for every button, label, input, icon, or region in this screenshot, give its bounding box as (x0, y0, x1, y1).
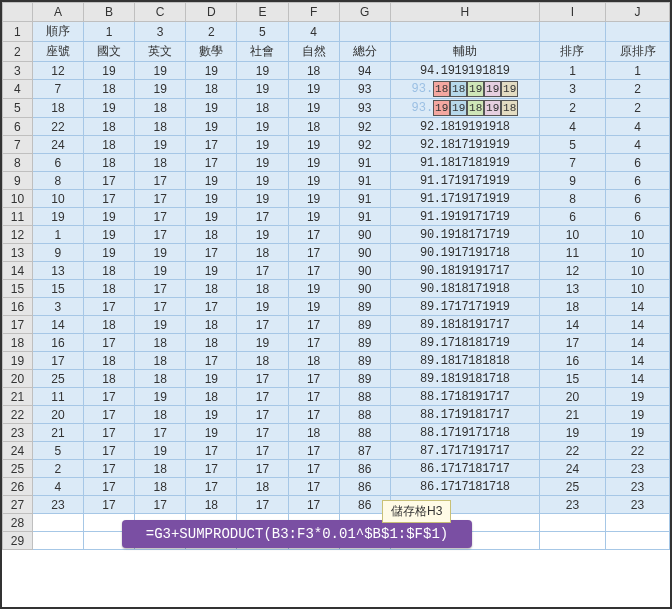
orig-rank[interactable]: 19 (606, 406, 670, 424)
science[interactable]: 17 (288, 406, 339, 424)
science[interactable]: 18 (288, 62, 339, 80)
chinese[interactable]: 18 (83, 136, 134, 154)
row-header[interactable]: 3 (3, 62, 33, 80)
english[interactable]: 17 (135, 208, 186, 226)
chinese[interactable]: 18 (83, 262, 134, 280)
aux-cell[interactable]: 90.1917191718 (390, 244, 539, 262)
field-header[interactable]: 國文 (83, 42, 134, 62)
chinese[interactable]: 17 (83, 442, 134, 460)
row-header[interactable]: 25 (3, 460, 33, 478)
rank[interactable]: 8 (539, 190, 605, 208)
row-header[interactable]: 18 (3, 334, 33, 352)
math[interactable]: 18 (186, 316, 237, 334)
rank[interactable]: 15 (539, 370, 605, 388)
aux-cell[interactable]: 92.1817191919 (390, 136, 539, 154)
science[interactable]: 19 (288, 208, 339, 226)
row-header[interactable]: 17 (3, 316, 33, 334)
math[interactable]: 17 (186, 298, 237, 316)
science[interactable]: 18 (288, 424, 339, 442)
spreadsheet[interactable]: A B C D E F G H I J 1順序132542座號國文英文數學社會自… (2, 2, 670, 550)
rank[interactable]: 22 (539, 442, 605, 460)
aux-cell[interactable]: 93.1818191919 (390, 80, 539, 99)
rank[interactable]: 10 (539, 226, 605, 244)
aux-cell[interactable]: 91.1719171919 (390, 172, 539, 190)
english[interactable]: 18 (135, 118, 186, 136)
seat-num[interactable]: 9 (32, 244, 83, 262)
social[interactable]: 17 (237, 262, 288, 280)
science[interactable]: 18 (288, 352, 339, 370)
social[interactable]: 17 (237, 406, 288, 424)
english[interactable]: 19 (135, 316, 186, 334)
chinese[interactable]: 17 (83, 334, 134, 352)
total[interactable]: 87 (339, 442, 390, 460)
social[interactable]: 17 (237, 370, 288, 388)
seat-num[interactable]: 25 (32, 370, 83, 388)
aux-cell[interactable]: 90.1818171918 (390, 280, 539, 298)
field-header[interactable]: 輔助 (390, 42, 539, 62)
math[interactable]: 17 (186, 244, 237, 262)
orig-rank[interactable]: 6 (606, 154, 670, 172)
rank[interactable]: 21 (539, 406, 605, 424)
empty-cell[interactable] (32, 514, 83, 532)
science[interactable]: 18 (288, 118, 339, 136)
row-header[interactable]: 8 (3, 154, 33, 172)
col-A[interactable]: A (32, 3, 83, 22)
field-header[interactable]: 數學 (186, 42, 237, 62)
total[interactable]: 89 (339, 334, 390, 352)
social[interactable]: 18 (237, 244, 288, 262)
aux-cell[interactable]: 88.1719181717 (390, 406, 539, 424)
row-header[interactable]: 13 (3, 244, 33, 262)
seat-num[interactable]: 4 (32, 478, 83, 496)
aux-cell[interactable]: 86.1717181718 (390, 478, 539, 496)
science[interactable]: 17 (288, 460, 339, 478)
english[interactable]: 19 (135, 244, 186, 262)
rank[interactable]: 9 (539, 172, 605, 190)
row-header[interactable]: 15 (3, 280, 33, 298)
orig-rank[interactable]: 2 (606, 80, 670, 99)
chinese[interactable]: 19 (83, 244, 134, 262)
chinese[interactable]: 18 (83, 118, 134, 136)
orig-rank[interactable]: 19 (606, 388, 670, 406)
seat-num[interactable]: 5 (32, 442, 83, 460)
rank[interactable]: 17 (539, 334, 605, 352)
chinese[interactable]: 17 (83, 298, 134, 316)
english[interactable]: 19 (135, 80, 186, 99)
seat-num[interactable]: 14 (32, 316, 83, 334)
english[interactable]: 19 (135, 262, 186, 280)
row-header[interactable]: 11 (3, 208, 33, 226)
seat-num[interactable]: 22 (32, 118, 83, 136)
total[interactable]: 91 (339, 190, 390, 208)
social[interactable]: 19 (237, 136, 288, 154)
total[interactable]: 89 (339, 370, 390, 388)
chinese[interactable]: 17 (83, 388, 134, 406)
science[interactable]: 19 (288, 99, 339, 118)
row-header[interactable]: 7 (3, 136, 33, 154)
total[interactable]: 90 (339, 262, 390, 280)
rank[interactable]: 18 (539, 298, 605, 316)
aux-cell[interactable]: 88.1719171718 (390, 424, 539, 442)
aux-cell[interactable]: 94.1919191819 (390, 62, 539, 80)
row-header[interactable]: 21 (3, 388, 33, 406)
math[interactable]: 19 (186, 424, 237, 442)
social[interactable]: 17 (237, 442, 288, 460)
total[interactable]: 92 (339, 136, 390, 154)
total[interactable]: 90 (339, 244, 390, 262)
empty-cell[interactable] (606, 532, 670, 550)
chinese[interactable]: 17 (83, 478, 134, 496)
chinese[interactable]: 19 (83, 226, 134, 244)
english[interactable]: 17 (135, 298, 186, 316)
aux-cell[interactable]: 88.1718191717 (390, 388, 539, 406)
chinese[interactable]: 18 (83, 352, 134, 370)
rank[interactable]: 24 (539, 460, 605, 478)
math[interactable]: 18 (186, 280, 237, 298)
seat-num[interactable]: 1 (32, 226, 83, 244)
rank[interactable]: 3 (539, 80, 605, 99)
blank[interactable] (390, 22, 539, 42)
rank[interactable]: 7 (539, 154, 605, 172)
orig-rank[interactable]: 10 (606, 280, 670, 298)
english[interactable]: 18 (135, 99, 186, 118)
social[interactable]: 17 (237, 496, 288, 514)
corner[interactable] (3, 3, 33, 22)
total[interactable]: 93 (339, 80, 390, 99)
english[interactable]: 19 (135, 442, 186, 460)
